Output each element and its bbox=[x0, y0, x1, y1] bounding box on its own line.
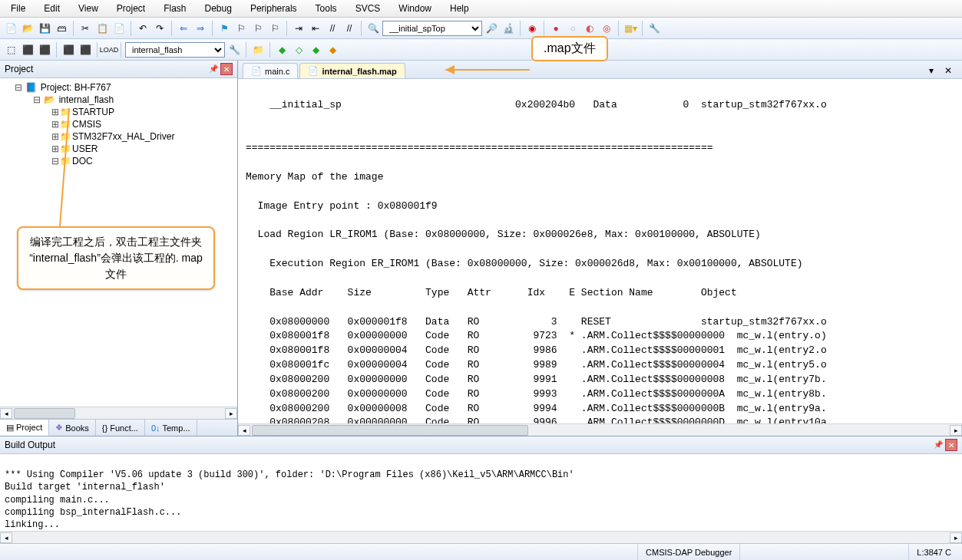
menu-svcs[interactable]: SVCS bbox=[348, 2, 388, 15]
tab-project[interactable]: ▤Project bbox=[0, 420, 49, 436]
collapse-icon[interactable]: ⊟ bbox=[32, 94, 41, 105]
manage-project-icon[interactable]: 📁 bbox=[250, 42, 266, 58]
build-line: compiling bsp_internalFlash.c... bbox=[5, 507, 181, 518]
scroll-left-icon[interactable]: ◂ bbox=[0, 408, 12, 419]
scroll-right-icon[interactable]: ▸ bbox=[950, 532, 962, 543]
window-layout-icon[interactable]: ▦▾ bbox=[623, 21, 638, 36]
scroll-right-icon[interactable]: ▸ bbox=[225, 408, 237, 419]
breakpoint-kill-icon[interactable]: ◎ bbox=[599, 21, 614, 36]
tree-group[interactable]: ⊟📁DOC bbox=[2, 155, 236, 167]
collapse-icon[interactable]: ⊟ bbox=[51, 156, 60, 166]
pack-installer-icon[interactable]: ◆ bbox=[325, 42, 340, 58]
install-packs-icon[interactable]: ◆ bbox=[308, 42, 323, 58]
tree-group[interactable]: ⊞📁CMSIS bbox=[2, 118, 236, 130]
editor-hscrollbar[interactable]: ◂ ▸ bbox=[238, 423, 962, 436]
menu-help[interactable]: Help bbox=[442, 2, 477, 15]
separator bbox=[544, 21, 544, 36]
incremental-find-icon[interactable]: 🔬 bbox=[501, 21, 516, 36]
editor-tab-main-c[interactable]: 📄 main.c bbox=[243, 63, 298, 78]
stop-build-icon[interactable]: ⬛ bbox=[78, 42, 93, 58]
batch-build-icon[interactable]: ⬛ bbox=[61, 42, 76, 58]
translate-icon[interactable]: ⬚ bbox=[3, 42, 18, 58]
uncomment-icon[interactable]: // bbox=[342, 21, 357, 36]
menu-debug[interactable]: Debug bbox=[197, 2, 240, 15]
menu-edit[interactable]: Edit bbox=[36, 2, 68, 15]
nav-forward-icon[interactable]: ⇒ bbox=[193, 21, 208, 36]
find-combo[interactable]: __initial_spTop bbox=[382, 21, 482, 36]
tree-group[interactable]: ⊞📁USER bbox=[2, 143, 236, 155]
editor-tab-map[interactable]: 📄 internal_flash.map bbox=[299, 63, 405, 78]
indent-icon[interactable]: ⇥ bbox=[291, 21, 306, 36]
breakpoint-disable-icon[interactable]: ◐ bbox=[582, 21, 597, 36]
expand-icon[interactable]: ⊞ bbox=[51, 107, 60, 117]
map-line: __initial_sp 0x200204b0 Data 0 startup_s… bbox=[246, 99, 827, 110]
select-packs-icon[interactable]: ◇ bbox=[291, 42, 306, 58]
download-icon[interactable]: LOAD bbox=[101, 42, 117, 58]
scroll-left-icon[interactable]: ◂ bbox=[238, 425, 250, 436]
paste-icon[interactable]: 📄 bbox=[111, 21, 127, 36]
configure-icon[interactable]: 🔧 bbox=[646, 21, 662, 36]
bookmark-toggle-icon[interactable]: ⚑ bbox=[217, 21, 232, 36]
find-in-files-icon[interactable]: 🔍 bbox=[365, 21, 381, 36]
folder-icon: 📁 bbox=[60, 119, 71, 130]
undo-icon[interactable]: ↶ bbox=[135, 21, 150, 36]
breakpoint-enable-icon[interactable]: ○ bbox=[565, 21, 580, 36]
bookmark-next-icon[interactable]: ⚐ bbox=[250, 21, 266, 36]
scroll-right-icon[interactable]: ▸ bbox=[950, 425, 962, 436]
tree-root[interactable]: ⊟ 📘 Project: BH-F767 bbox=[2, 81, 236, 94]
save-icon[interactable]: 💾 bbox=[37, 21, 52, 36]
menu-view[interactable]: View bbox=[71, 2, 106, 15]
build-output-body[interactable]: *** Using Compiler 'V5.06 update 3 (buil… bbox=[0, 454, 962, 531]
tab-functions[interactable]: {}Funct... bbox=[96, 420, 145, 436]
comment-icon[interactable]: // bbox=[325, 21, 340, 36]
tab-templates[interactable]: 0↓Temp... bbox=[145, 420, 197, 436]
scroll-thumb[interactable] bbox=[14, 408, 75, 419]
target-options-icon[interactable]: 🔧 bbox=[226, 42, 242, 58]
callout-top: .map文件 bbox=[531, 36, 608, 61]
menu-peripherals[interactable]: Peripherals bbox=[243, 2, 305, 15]
redo-icon[interactable]: ↷ bbox=[152, 21, 167, 36]
project-hscrollbar[interactable]: ◂ ▸ bbox=[0, 407, 237, 419]
build-hscrollbar[interactable]: ◂ ▸ bbox=[0, 531, 962, 543]
debug-start-icon[interactable]: ◉ bbox=[524, 21, 540, 36]
tree-target[interactable]: ⊟ 📂 internal_flash bbox=[2, 94, 236, 106]
menu-project[interactable]: Project bbox=[109, 2, 153, 15]
breakpoint-insert-icon[interactable]: ● bbox=[548, 21, 564, 36]
bookmark-prev-icon[interactable]: ⚐ bbox=[233, 21, 249, 36]
new-file-icon[interactable]: 📄 bbox=[3, 21, 18, 36]
build-line: linking... bbox=[5, 519, 60, 530]
menu-file[interactable]: File bbox=[3, 2, 33, 15]
collapse-icon[interactable]: ⊟ bbox=[14, 82, 23, 93]
target-combo[interactable]: internal_flash bbox=[125, 42, 225, 58]
editor-body[interactable]: __initial_sp 0x200204b0 Data 0 startup_s… bbox=[238, 79, 962, 423]
copy-icon[interactable]: 📋 bbox=[94, 21, 110, 36]
close-icon[interactable]: ✕ bbox=[945, 439, 957, 451]
tree-group[interactable]: ⊞📁STARTUP bbox=[2, 106, 236, 118]
save-all-icon[interactable]: 🗃 bbox=[54, 21, 69, 36]
cut-icon[interactable]: ✂ bbox=[78, 21, 93, 36]
scroll-thumb[interactable] bbox=[252, 425, 528, 436]
tab-books[interactable]: ❖Books bbox=[49, 420, 96, 436]
build-icon[interactable]: ⬛ bbox=[20, 42, 35, 58]
map-row: 0x080001f8 0x00000000 Code RO 9723 * .AR… bbox=[246, 330, 827, 341]
tree-group[interactable]: ⊞📁STM32F7xx_HAL_Driver bbox=[2, 130, 236, 143]
rebuild-icon[interactable]: ⬛ bbox=[37, 42, 52, 58]
pin-icon[interactable]: 📌 bbox=[208, 63, 219, 74]
tab-dropdown-icon[interactable]: ▾ bbox=[924, 63, 939, 78]
scroll-left-icon[interactable]: ◂ bbox=[0, 532, 12, 543]
menu-window[interactable]: Window bbox=[391, 2, 439, 15]
pin-icon[interactable]: 📌 bbox=[933, 439, 944, 450]
close-icon[interactable]: ✕ bbox=[220, 63, 233, 75]
expand-icon[interactable]: ⊞ bbox=[51, 131, 60, 142]
menu-tools[interactable]: Tools bbox=[308, 2, 345, 15]
find-icon[interactable]: 🔎 bbox=[484, 21, 499, 36]
manage-rte-icon[interactable]: ◆ bbox=[274, 42, 289, 58]
expand-icon[interactable]: ⊞ bbox=[51, 119, 60, 130]
bookmark-clear-icon[interactable]: ⚐ bbox=[267, 21, 283, 36]
outdent-icon[interactable]: ⇤ bbox=[308, 21, 323, 36]
nav-back-icon[interactable]: ⇐ bbox=[176, 21, 191, 36]
menu-flash[interactable]: Flash bbox=[156, 2, 193, 15]
expand-icon[interactable]: ⊞ bbox=[51, 143, 60, 154]
tab-close-icon[interactable]: ✕ bbox=[941, 63, 956, 78]
open-file-icon[interactable]: 📂 bbox=[20, 21, 35, 36]
